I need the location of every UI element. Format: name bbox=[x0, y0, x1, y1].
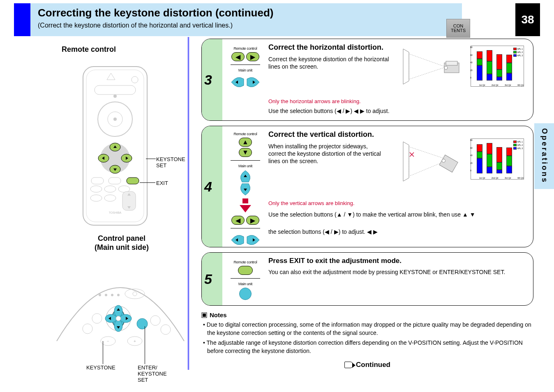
svg-point-39 bbox=[161, 325, 171, 334]
step3-title: Correct the horizontal distortion. bbox=[268, 43, 383, 52]
svg-point-4 bbox=[113, 95, 117, 98]
svg-point-30 bbox=[114, 305, 122, 317]
keystone-up-down-icon bbox=[237, 170, 254, 196]
step-3: 3 Remote control ◀ ▶ Main unit Correct t… bbox=[201, 39, 533, 121]
left-column: Remote control bbox=[33, 37, 189, 370]
page-title: Correcting the keystone distortion (cont… bbox=[38, 7, 455, 19]
step3-controls: Remote control ◀ ▶ Main unit bbox=[226, 46, 264, 90]
svg-text:TOSHIBA: TOSHIBA bbox=[109, 211, 122, 214]
enter-button-icon bbox=[239, 288, 252, 300]
note-bullet-icon bbox=[201, 312, 207, 318]
step5-subtitle: You can also exit the adjustment mode by… bbox=[268, 268, 505, 276]
projector-horizontal-icon bbox=[400, 46, 466, 87]
svg-point-23 bbox=[99, 294, 101, 296]
sample-chart-step3: 806040200 APL 1APL 2APL 3 1st Qtr2nd Qtr… bbox=[471, 46, 524, 87]
step4-line1: When installing the projector sideways, bbox=[268, 143, 368, 150]
svg-point-31 bbox=[114, 320, 122, 332]
step-4: 4 Remote control ▲ ▼ Main unit ◀ bbox=[201, 126, 533, 247]
svg-point-46 bbox=[444, 66, 448, 69]
page-subtitle: (Correct the keystone distortion of the … bbox=[38, 22, 455, 29]
side-tab-operations: Operations bbox=[534, 123, 554, 189]
svg-point-37 bbox=[83, 324, 92, 334]
right-arrow-button-icon: ▶ bbox=[246, 216, 259, 225]
svg-point-35 bbox=[137, 318, 148, 329]
red-down-arrow-icon bbox=[240, 205, 251, 212]
note-item-2: • The adjustable range of keystone disto… bbox=[207, 339, 533, 355]
step3-illustration: 806040200 APL 1APL 2APL 3 1st Qtr2nd Qtr… bbox=[400, 46, 524, 87]
step-number-5: 5 bbox=[204, 271, 212, 287]
exit-callout: EXIT bbox=[156, 180, 168, 186]
continued-arrow-icon bbox=[344, 362, 353, 368]
right-arrow-button-icon: ▶ bbox=[246, 52, 259, 61]
step3-line2: lines on the screen. bbox=[268, 63, 318, 71]
svg-rect-13 bbox=[127, 178, 139, 184]
callout-line bbox=[145, 326, 145, 364]
remote-control-mini-label: Remote control bbox=[234, 132, 257, 136]
step4-controls: Remote control ▲ ▼ Main unit ◀ ▶ bbox=[226, 132, 264, 247]
svg-point-7 bbox=[113, 118, 117, 121]
contents-button-label: CON TENTS bbox=[447, 24, 470, 33]
step3-hint-cont: to adjust. bbox=[366, 108, 390, 114]
svg-text:+: + bbox=[134, 339, 136, 344]
step-number-4: 4 bbox=[204, 179, 212, 195]
main-unit-mini-label: Main unit bbox=[238, 68, 252, 72]
page-number: 38 bbox=[515, 3, 540, 36]
svg-rect-45 bbox=[446, 61, 457, 65]
down-arrow-button-icon: ▼ bbox=[239, 148, 252, 157]
keystone-set-callout: KEYSTONE SET bbox=[156, 156, 185, 168]
keystone-left-right-icon bbox=[231, 74, 260, 90]
step-5: 5 Remote control Main unit Press EXIT to… bbox=[201, 252, 533, 306]
remote-control-mini-label: Remote control bbox=[234, 260, 257, 264]
header-lightblue: Correcting the keystone distortion (cont… bbox=[30, 3, 462, 36]
step4-mid2: the selection buttons (◀ / ▶) to adjust. bbox=[268, 228, 365, 235]
left-arrow-button-icon: ◀ bbox=[231, 52, 245, 61]
svg-point-38 bbox=[150, 316, 160, 325]
contents-button[interactable]: CON TENTS bbox=[446, 19, 470, 38]
step5-controls: Remote control Main unit bbox=[226, 260, 264, 300]
svg-point-25 bbox=[111, 294, 113, 296]
step4-mid1: Use the selection buttons (▲ / ▼) to mak… bbox=[268, 211, 461, 218]
control-panel-label: Control panel (Main unit side) bbox=[64, 234, 179, 252]
left-arrow-button-icon: ◀ bbox=[231, 216, 245, 225]
up-arrow-button-icon: ▲ bbox=[239, 138, 252, 147]
svg-rect-52 bbox=[203, 314, 206, 317]
notes-section: Notes • Due to digital correction proces… bbox=[201, 311, 533, 370]
step4-line2: correct the keystone distortion of the v… bbox=[268, 150, 381, 158]
svg-point-26 bbox=[117, 294, 120, 296]
continued-label: Continued bbox=[356, 360, 390, 370]
continued-link[interactable]: Continued bbox=[201, 360, 533, 370]
chart-bars bbox=[474, 48, 514, 81]
svg-point-24 bbox=[105, 294, 107, 296]
step-number-3: 3 bbox=[204, 72, 212, 88]
step4-blink-note: Only the vertical arrows are blinking. bbox=[268, 200, 355, 206]
step3-line1: Correct the keystone distortion of the h… bbox=[268, 55, 389, 63]
side-tab-label: Operations bbox=[540, 128, 549, 184]
callout-line bbox=[103, 341, 103, 364]
callout-line bbox=[146, 159, 156, 159]
sample-chart-step4: 806040200 APL 1APL 2APL 3 1st Qtr2nd Qtr… bbox=[471, 138, 524, 180]
projector-vertical-icon bbox=[400, 138, 466, 184]
main-unit-mini-label: Main unit bbox=[238, 282, 252, 286]
remote-control-diagram: TOSHIBA bbox=[82, 66, 148, 226]
control-panel-diagram: − + bbox=[53, 259, 188, 362]
notes-title: Notes bbox=[201, 311, 533, 319]
step4-illustration: 806040200 APL 1APL 2APL 3 1st Qtr2nd Qtr… bbox=[400, 138, 524, 184]
keystone-panel-callout: KEYSTONE bbox=[86, 364, 115, 371]
step4-line3: lines on the screen. bbox=[268, 157, 318, 165]
enter-keystone-callout: ENTER/ KEYSTONE SET bbox=[138, 364, 167, 383]
remote-control-label: Remote control bbox=[62, 45, 116, 54]
svg-rect-47 bbox=[439, 155, 458, 172]
step3-hint: Use the selection buttons (◀ / ▶) bbox=[268, 108, 352, 114]
exit-button-icon bbox=[238, 266, 253, 275]
header-bar: Correcting the keystone distortion (cont… bbox=[14, 3, 540, 36]
remote-control-mini-label: Remote control bbox=[234, 46, 257, 51]
svg-point-36 bbox=[92, 314, 102, 323]
step5-title: Press EXIT to exit the adjustment mode. bbox=[268, 257, 402, 265]
svg-text:−: − bbox=[107, 339, 109, 344]
svg-point-34 bbox=[116, 316, 121, 321]
callout-line bbox=[140, 182, 155, 183]
main-unit-mini-label: Main unit bbox=[238, 164, 252, 168]
step4-title: Correct the vertical distortion. bbox=[268, 130, 374, 139]
keystone-left-right-icon bbox=[231, 232, 260, 247]
chart-legend: APL 1APL 2APL 3 bbox=[513, 48, 523, 58]
